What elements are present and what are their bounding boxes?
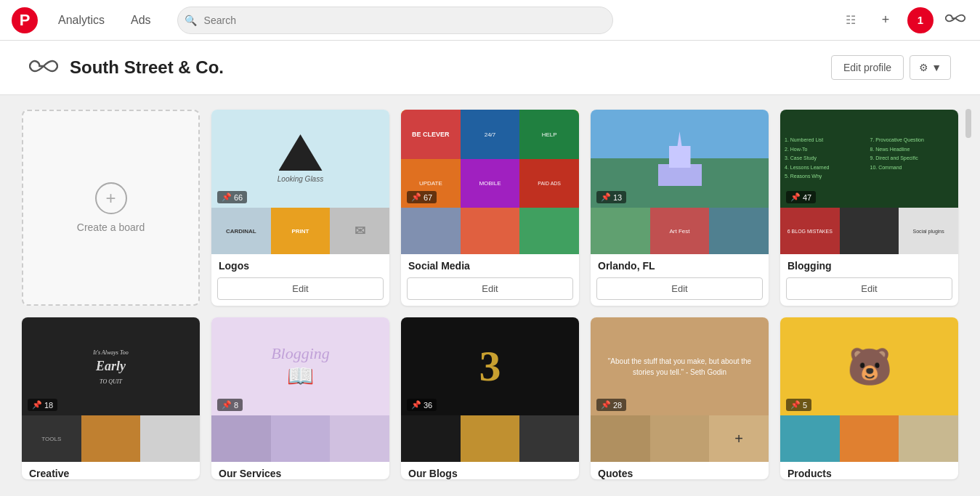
board-title-orlando: Orlando, FL: [598, 260, 761, 272]
board-info-creative: Creative: [22, 462, 200, 479]
profile-actions: Edit profile ⚙ ▼: [831, 55, 951, 80]
board-thumb: [780, 415, 840, 462]
board-main-image-our-blogs: 3 📌 36: [401, 317, 579, 415]
search-input[interactable]: [177, 7, 613, 34]
board-edit-button-orlando[interactable]: Edit: [596, 277, 763, 300]
board-thumbnails-creative: TOOLS: [22, 415, 200, 462]
plus-icon: +: [882, 12, 890, 28]
infinity-icon: [945, 12, 965, 28]
board-edit-button-logos[interactable]: Edit: [217, 277, 384, 300]
scroll-indicator: [965, 109, 971, 138]
profile-header: South Street & Co. Edit profile ⚙ ▼: [0, 41, 980, 95]
board-thumb: [211, 415, 271, 462]
board-thumb: [709, 208, 769, 254]
profile-name: South Street & Co.: [70, 57, 224, 78]
board-info-our-services: Our Services: [211, 462, 389, 479]
board-card-creative: It's Always Too Early TO QUIT 📌 18 TOOLS…: [22, 317, 200, 479]
board-thumbnails-our-blogs: [401, 415, 579, 462]
board-info-products: Products: [780, 462, 958, 479]
grid-icon: ☷: [846, 13, 856, 27]
board-thumb: CARDINAL: [211, 208, 271, 254]
board-count-social-media: 📌 67: [407, 191, 437, 203]
board-title-our-blogs: Our Blogs: [408, 468, 572, 479]
board-thumb: [401, 415, 461, 462]
board-card-logos: Looking Glass 📌 66 CARDINAL PRINT ✉ Logo…: [211, 110, 389, 306]
board-thumb: [519, 208, 579, 254]
board-main-image-products: 🐻 📌 5: [780, 317, 958, 415]
board-thumbnails-products: [780, 415, 958, 462]
ads-nav-link[interactable]: Ads: [125, 11, 157, 30]
board-thumbnails-orlando: Art Fest: [591, 208, 769, 254]
board-card-our-blogs: 3 📌 36 Our Blogs: [401, 317, 579, 479]
board-title-creative: Creative: [29, 468, 193, 479]
board-thumbnails-social-media: [401, 208, 579, 254]
board-thumb: [140, 415, 200, 462]
create-plus-icon: +: [95, 182, 127, 214]
board-count-products: 📌 5: [786, 399, 811, 411]
board-title-products: Products: [787, 468, 951, 479]
create-board-card[interactable]: + Create a board: [22, 110, 200, 306]
board-info-quotes: Quotes: [591, 462, 769, 479]
board-info-our-blogs: Our Blogs: [401, 462, 579, 479]
board-thumb: [401, 208, 461, 254]
search-bar: 🔍: [177, 7, 613, 34]
board-thumb: [519, 415, 579, 462]
profile-logo-icon: [29, 57, 58, 78]
board-main-image-logos: Looking Glass 📌 66: [211, 110, 389, 208]
settings-button[interactable]: ⚙ ▼: [910, 55, 951, 80]
board-thumb: PRINT: [271, 208, 331, 254]
board-thumb: [840, 208, 899, 254]
board-info-social-media: Social Media: [401, 254, 579, 272]
board-thumb: [899, 415, 958, 462]
board-thumb: [591, 415, 650, 462]
board-card-blogging: 1. Numbered List7. Provocative Question …: [780, 110, 958, 306]
menu-button[interactable]: [942, 7, 968, 33]
board-thumbnails-our-services: [211, 415, 389, 462]
board-thumb: [271, 415, 331, 462]
settings-dropdown-arrow: ▼: [931, 62, 941, 73]
edit-profile-button[interactable]: Edit profile: [831, 55, 904, 80]
board-card-quotes: "About the stuff that you make, but abou…: [591, 317, 769, 479]
board-count-logos: 📌 66: [217, 191, 247, 203]
board-thumbnails-blogging: 6 BLOG MISTAKES Social plugins: [780, 208, 958, 254]
board-main-image-orlando: 📌 13: [591, 110, 769, 208]
board-edit-button-social-media[interactable]: Edit: [407, 277, 573, 300]
board-card-products: 🐻 📌 5 Products: [780, 317, 958, 479]
board-thumb: [330, 415, 389, 462]
board-thumb: [840, 415, 899, 462]
board-card-social-media: BE CLEVER 24/7 HELP UPDATE MOBILE PAID A…: [401, 110, 579, 306]
board-thumbnails-quotes: +: [591, 415, 769, 462]
gear-icon: ⚙: [919, 62, 928, 73]
board-title-our-services: Our Services: [219, 468, 382, 479]
top-navigation: P Analytics Ads 🔍 ☷ + 1: [0, 0, 980, 41]
board-count-our-blogs: 📌 36: [407, 399, 437, 411]
nav-actions: ☷ + 1: [838, 7, 968, 33]
board-count-our-services: 📌 8: [217, 399, 243, 411]
board-main-image-social-media: BE CLEVER 24/7 HELP UPDATE MOBILE PAID A…: [401, 110, 579, 208]
board-info-orlando: Orlando, FL: [591, 254, 769, 272]
add-button[interactable]: +: [872, 7, 899, 33]
board-count-quotes: 📌 28: [596, 399, 626, 411]
board-thumb: [461, 208, 520, 254]
board-main-image-creative: It's Always Too Early TO QUIT 📌 18: [22, 317, 200, 415]
board-title-quotes: Quotes: [598, 468, 761, 479]
board-count-creative: 📌 18: [28, 399, 57, 411]
board-main-image-our-services: Blogging 📖 📌 8: [211, 317, 389, 415]
board-thumbnails-logos: CARDINAL PRINT ✉: [211, 208, 389, 254]
board-info-blogging: Blogging: [780, 254, 958, 272]
notification-count: 1: [918, 14, 923, 26]
board-title-blogging: Blogging: [787, 260, 951, 272]
create-board-label: Create a board: [77, 221, 145, 233]
board-main-image-quotes: "About the stuff that you make, but abou…: [591, 317, 769, 415]
analytics-nav-link[interactable]: Analytics: [52, 11, 110, 30]
board-edit-button-blogging[interactable]: Edit: [786, 277, 952, 300]
pinterest-logo[interactable]: P: [12, 7, 38, 33]
board-count-orlando: 📌 13: [596, 191, 626, 203]
board-main-image-blogging: 1. Numbered List7. Provocative Question …: [780, 110, 958, 208]
notification-button[interactable]: 1: [907, 7, 934, 33]
search-icon: 🔍: [185, 15, 197, 26]
boards-grid: + Create a board Looking Glass 📌 66 CARD…: [0, 95, 980, 494]
grid-view-button[interactable]: ☷: [838, 7, 864, 33]
board-thumb: [650, 415, 710, 462]
board-info-logos: Logos: [211, 254, 389, 272]
